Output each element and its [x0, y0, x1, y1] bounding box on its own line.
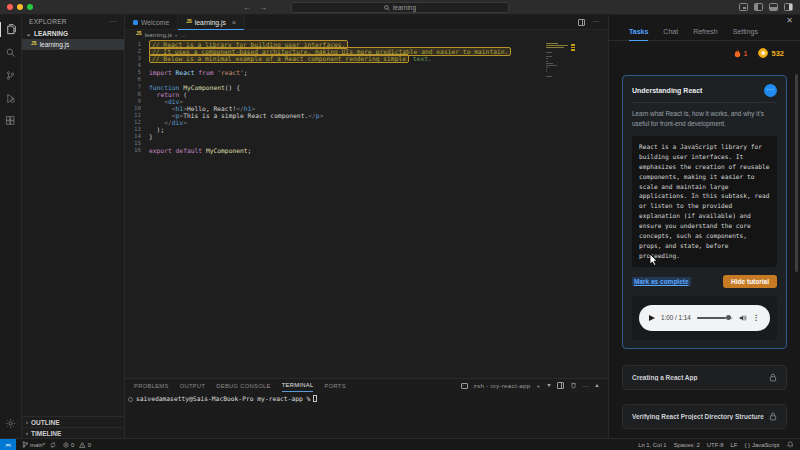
panel-actions: › zsh - my-react-app + ⋯ — [461, 382, 599, 389]
window-controls — [7, 4, 33, 10]
panel-tab-terminal[interactable]: TERMINAL — [282, 379, 314, 392]
play-icon[interactable] — [649, 315, 655, 321]
split-terminal-icon[interactable] — [557, 382, 564, 389]
close-tab-icon[interactable]: × — [232, 18, 236, 27]
panel-tab-problems[interactable]: PROBLEMS — [134, 379, 169, 392]
file-item-learning-js[interactable]: JS learning.js — [22, 39, 124, 50]
task-card-understanding-react[interactable]: Understanding React ··· Learn what React… — [622, 75, 787, 349]
code-line[interactable]: 13 ); — [125, 126, 511, 133]
tasks-tab-chat[interactable]: Chat — [663, 28, 678, 40]
breadcrumb-file: learning.js — [145, 32, 172, 38]
outline-label: OUTLINE — [31, 419, 60, 426]
line-number: 12 — [125, 119, 141, 126]
panel-tab-output[interactable]: OUTPUT — [180, 379, 206, 392]
indentation[interactable]: Spaces: 2 — [674, 442, 700, 448]
more-editor-actions-icon[interactable]: ⋯ — [592, 18, 599, 26]
panel-tab-strip: PROBLEMSOUTPUTDEBUG CONSOLETERMINALPORTS… — [125, 379, 608, 392]
code-line[interactable]: 7function MyComponent() { — [125, 84, 511, 91]
code-line[interactable]: 16export default MyComponent; — [125, 147, 511, 154]
panel-scrollbar[interactable] — [795, 74, 798, 272]
maximize-panel-icon[interactable] — [595, 384, 599, 387]
terminal[interactable]: saivedamasetty@Sais-MacBook-Pro my-react… — [136, 395, 608, 402]
code-line[interactable]: 9 <div> — [125, 98, 511, 105]
hide-tutorial-button[interactable]: Hide tutorial — [723, 275, 777, 288]
toggle-panel-icon[interactable] — [769, 3, 778, 11]
folder-section-learning[interactable]: ⌄ LEARNING — [22, 28, 124, 39]
extensions-icon[interactable] — [0, 110, 22, 133]
breadcrumb[interactable]: JS learning.js › … — [125, 30, 608, 39]
minimap[interactable] — [546, 43, 568, 78]
encoding[interactable]: UTF-8 — [707, 442, 724, 448]
cursor-position[interactable]: Ln 1, Col 1 — [638, 442, 667, 448]
toggle-sidebar-icon[interactable] — [754, 3, 763, 11]
chevron-down-icon: ⌄ — [26, 30, 31, 37]
status-bar: >< main* 0 0 Ln 1, Col 1 Spaces: 2 UTF-8… — [0, 438, 800, 450]
source-control-icon[interactable] — [0, 64, 22, 87]
code-line[interactable]: 4 — [125, 62, 511, 69]
tab-welcome[interactable]: Welcome — [125, 15, 178, 29]
search-icon — [384, 5, 390, 11]
welcome-icon — [133, 20, 138, 25]
tasks-tab-settings[interactable]: Settings — [733, 28, 758, 40]
explorer-actions-icon[interactable]: ··· — [110, 18, 117, 25]
search-sidebar-icon[interactable] — [0, 41, 22, 64]
code-line[interactable]: 5import React from 'react'; — [125, 69, 511, 76]
git-branch-status[interactable]: main* — [22, 441, 56, 448]
timeline-section[interactable]: › TIMELINE — [22, 427, 124, 438]
code-line[interactable]: 11 <p>This is a simple React component.<… — [125, 112, 511, 119]
audio-player[interactable]: 1:00 / 1:14 ⋮ — [639, 305, 770, 331]
code-editor[interactable]: 1// React is a library for building user… — [125, 39, 608, 378]
problems-status[interactable]: 0 0 — [63, 442, 91, 448]
back-icon[interactable]: ← — [243, 3, 251, 12]
tasks-tab-refresh[interactable]: Refresh — [693, 28, 718, 40]
code-line[interactable]: 12 </div> — [125, 119, 511, 126]
tab-learning-js[interactable]: JSlearning.js× — [178, 15, 245, 29]
code-line[interactable]: 10 <h1>Hello, React!</h1> — [125, 105, 511, 112]
gamification-stats: 1 ★ 532 — [609, 41, 800, 62]
remote-indicator[interactable]: >< — [0, 439, 16, 450]
line-number: 7 — [125, 84, 141, 91]
line-number: 5 — [125, 69, 141, 76]
new-terminal-button[interactable]: + — [537, 382, 541, 389]
volume-icon[interactable] — [739, 314, 747, 322]
split-editor-icon[interactable] — [578, 19, 585, 26]
task-avatar-icon[interactable]: ··· — [764, 84, 777, 97]
close-icon[interactable]: ✕ — [786, 17, 793, 25]
chevron-down-icon[interactable] — [547, 384, 551, 387]
command-search-input[interactable]: learning — [291, 2, 509, 13]
forward-icon[interactable]: → — [259, 3, 267, 12]
mark-as-complete-link[interactable]: Mark as complete — [632, 277, 691, 286]
tasks-tab-tasks[interactable]: Tasks — [629, 28, 648, 41]
eol-sequence[interactable]: LF — [731, 442, 738, 448]
more-actions-icon[interactable]: ⋯ — [583, 382, 590, 389]
panel-tab-ports[interactable]: PORTS — [324, 379, 345, 392]
audio-progress-bar[interactable] — [697, 317, 733, 319]
settings-gear-icon[interactable] — [0, 412, 22, 435]
code-line[interactable]: 8 return ( — [125, 91, 511, 98]
code-line[interactable]: 15 — [125, 140, 511, 147]
toggle-secondary-sidebar-icon[interactable] — [784, 3, 793, 11]
close-window-button[interactable] — [7, 4, 13, 10]
audio-menu-icon[interactable]: ⋮ — [753, 314, 761, 322]
error-count: 0 — [71, 442, 74, 448]
breadcrumb-separator: › — [175, 32, 177, 38]
warning-icon — [79, 442, 86, 448]
run-debug-icon[interactable] — [0, 87, 22, 110]
trash-icon[interactable] — [570, 382, 577, 389]
language-mode[interactable]: { } JavaScript — [744, 442, 779, 448]
code-line[interactable]: 3// Below is a minimal example of a Reac… — [125, 55, 511, 62]
lock-icon — [769, 407, 777, 425]
minimize-window-button[interactable] — [17, 4, 23, 10]
task-card-verifying-react-project-directory-structure[interactable]: Verifying React Project Directory Struct… — [622, 404, 787, 429]
code-line[interactable]: 14} — [125, 133, 511, 140]
panel-tab-debug-console[interactable]: DEBUG CONSOLE — [216, 379, 270, 392]
notifications-bell-icon[interactable] — [787, 441, 794, 448]
explorer-icon[interactable] — [0, 18, 22, 41]
customize-layout-icon[interactable] — [739, 3, 748, 11]
outline-section[interactable]: › OUTLINE — [22, 416, 124, 427]
shell-selector[interactable]: zsh - my-react-app — [474, 382, 531, 389]
task-card-creating-a-react-app[interactable]: Creating a React App — [622, 365, 787, 390]
locked-cards-holder: Creating a React AppVerifying React Proj… — [622, 365, 787, 438]
code-line[interactable]: 6 — [125, 76, 511, 83]
maximize-window-button[interactable] — [27, 4, 33, 10]
